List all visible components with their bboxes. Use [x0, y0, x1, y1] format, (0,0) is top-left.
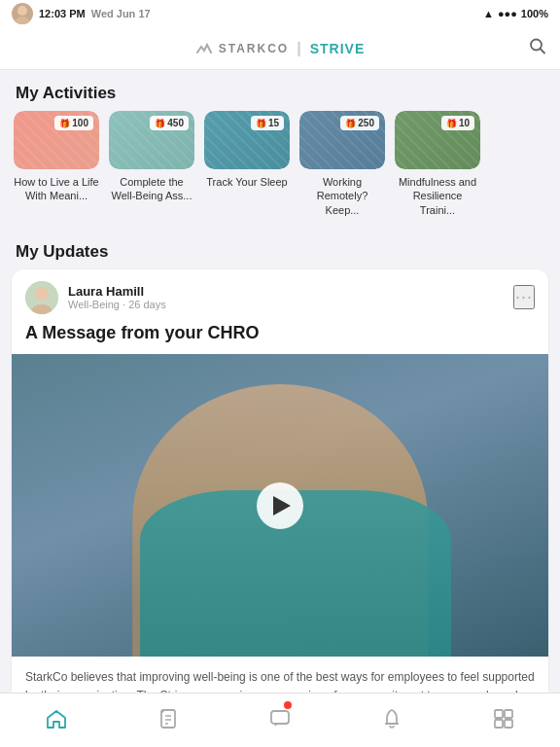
activity-card-5[interactable]: 🎁 10 Mindfulness and Resilience Traini..…	[395, 111, 480, 217]
svg-line-3	[541, 49, 545, 53]
svg-rect-17	[495, 720, 503, 728]
activity-thumb-3: 🎁 15	[204, 111, 290, 169]
post-meta-1: Laura Hamill Well-Being · 26 days	[68, 284, 166, 310]
activities-section: My Activities 🎁 100 How to Live a Life W…	[0, 70, 560, 229]
activity-card-3[interactable]: 🎁 15 Track Your Sleep	[204, 111, 290, 217]
journal-icon	[158, 708, 178, 732]
activity-badge-2: 🎁 450	[150, 116, 189, 130]
header: STARKCO | STRIVE	[0, 27, 560, 70]
post-author-1: Laura Hamill Well-Being · 26 days	[25, 281, 166, 314]
activity-card-2[interactable]: 🎁 450 Complete the Well-Being Ass...	[109, 111, 194, 217]
post-avatar-1	[25, 281, 58, 314]
svg-rect-13	[271, 711, 289, 724]
status-bar: 12:03 PM Wed Jun 17 ▲ ●●● 100%	[0, 0, 560, 27]
svg-rect-18	[505, 720, 512, 728]
activity-thumb-5: 🎁 10	[395, 111, 480, 169]
activity-badge-3: 🎁 15	[251, 116, 284, 130]
search-button[interactable]	[529, 37, 546, 59]
activity-thumb-1: 🎁 100	[14, 111, 99, 169]
tab-bar	[0, 693, 560, 747]
updates-title: My Updates	[0, 229, 560, 269]
svg-point-5	[35, 287, 49, 301]
activity-label-1: How to Live a Life With Meani...	[14, 175, 99, 203]
tab-journal[interactable]	[112, 694, 224, 747]
activity-label-3: Track Your Sleep	[204, 175, 290, 189]
activity-badge-5: 🎁 10	[441, 116, 474, 130]
bell-icon	[382, 708, 402, 732]
post-author-name-1: Laura Hamill	[68, 284, 166, 299]
chat-icon	[269, 709, 291, 731]
activities-scroll: 🎁 100 How to Live a Life With Meani... 🎁…	[0, 111, 560, 229]
post-author-sub-1: Well-Being · 26 days	[68, 299, 166, 310]
gift-icon-4: 🎁	[345, 119, 356, 128]
tab-home[interactable]	[0, 694, 112, 747]
logo-divider: |	[297, 40, 301, 57]
starkco-icon	[195, 43, 213, 54]
activity-thumb-2: 🎁 450	[109, 111, 194, 169]
battery-icon: 100%	[521, 8, 548, 19]
svg-rect-15	[495, 710, 503, 718]
post-card-1: Laura Hamill Well-Being · 26 days ··· A …	[12, 269, 548, 747]
svg-rect-16	[505, 710, 512, 718]
video-thumbnail-1[interactable]	[12, 354, 548, 657]
signal-icon: ●●●	[498, 8, 517, 19]
activity-label-2: Complete the Well-Being Ass...	[109, 175, 194, 203]
activity-badge-1: 🎁 100	[54, 116, 93, 130]
post-header-1: Laura Hamill Well-Being · 26 days ···	[12, 269, 548, 322]
video-play-button[interactable]	[257, 482, 303, 529]
header-logo: STARKCO | STRIVE	[195, 40, 366, 57]
activity-card-4[interactable]: 🎁 250 Working Remotely? Keep...	[299, 111, 385, 217]
wifi-icon: ▲	[483, 8, 494, 19]
gift-icon-5: 🎁	[446, 119, 457, 128]
activity-label-4: Working Remotely? Keep...	[299, 175, 385, 217]
main-content: My Activities 🎁 100 How to Live a Life W…	[0, 70, 560, 747]
tab-more[interactable]	[448, 694, 560, 747]
svg-point-1	[15, 17, 30, 24]
activity-badge-4: 🎁 250	[340, 116, 379, 130]
svg-point-0	[18, 6, 27, 16]
home-icon	[46, 709, 67, 731]
logo-strive: STRIVE	[310, 41, 366, 56]
activities-title: My Activities	[0, 70, 560, 111]
status-time: 12:03 PM	[39, 8, 86, 19]
activity-card-1[interactable]: 🎁 100 How to Live a Life With Meani...	[14, 111, 99, 217]
user-avatar-small	[12, 3, 33, 24]
post-title-1: A Message from your CHRO	[12, 322, 548, 354]
search-icon	[529, 37, 546, 54]
svg-rect-9	[161, 710, 175, 728]
logo-starkco: STARKCO	[219, 42, 289, 55]
gift-icon-1: 🎁	[59, 119, 70, 128]
play-icon	[273, 496, 291, 516]
gift-icon-3: 🎁	[256, 119, 266, 128]
activity-thumb-4: 🎁 250	[299, 111, 385, 169]
tab-chat[interactable]	[224, 694, 335, 747]
updates-section: My Updates Laura Hamill Well-Being · 26 …	[0, 229, 560, 747]
gift-icon-2: 🎁	[155, 119, 165, 128]
post-more-button-1[interactable]: ···	[513, 285, 535, 309]
tab-notifications[interactable]	[336, 694, 448, 747]
activity-label-5: Mindfulness and Resilience Traini...	[395, 175, 480, 217]
status-day: Wed Jun 17	[91, 8, 151, 19]
chat-badge	[284, 701, 292, 709]
status-left: 12:03 PM Wed Jun 17	[12, 3, 151, 24]
grid-icon	[493, 708, 514, 732]
status-right: ▲ ●●● 100%	[483, 8, 548, 19]
